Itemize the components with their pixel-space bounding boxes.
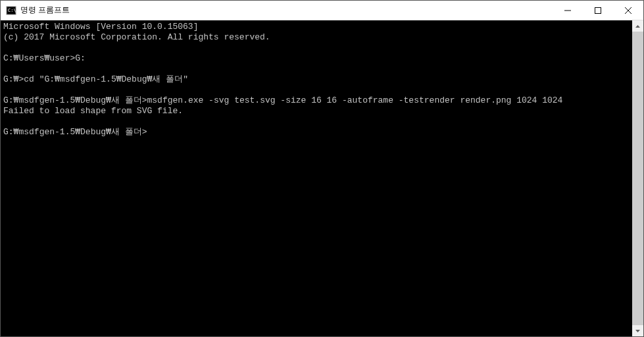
terminal-line: (c) 2017 Microsoft Corporation. All righ… — [3, 32, 630, 43]
vertical-scrollbar[interactable] — [632, 20, 643, 336]
svg-marker-6 — [635, 25, 640, 28]
minimize-button[interactable] — [553, 1, 583, 20]
terminal-output[interactable]: Microsoft Windows [Version 10.0.15063](c… — [1, 20, 632, 336]
svg-marker-7 — [635, 330, 640, 332]
terminal-line: G:₩msdfgen-1.5₩Debug₩새 폴더>msdfgen.exe -s… — [3, 95, 630, 106]
terminal-line: Microsoft Windows [Version 10.0.15063] — [3, 22, 630, 32]
window-controls — [553, 1, 643, 20]
scroll-thumb[interactable] — [632, 32, 643, 325]
terminal-line: C:₩Users₩user>G: — [3, 53, 630, 64]
command-prompt-window: C:\ 명령 프롬프트 Microsoft Windows [Version 1… — [0, 0, 644, 337]
maximize-button[interactable] — [583, 1, 613, 20]
close-button[interactable] — [613, 1, 643, 20]
scroll-track[interactable] — [632, 32, 643, 325]
terminal-line — [3, 43, 630, 53]
terminal-area: Microsoft Windows [Version 10.0.15063](c… — [1, 20, 643, 336]
terminal-line: G:₩>cd "G:₩msdfgen-1.5₩Debug₩새 폴더" — [3, 74, 630, 85]
terminal-line — [3, 117, 630, 127]
titlebar[interactable]: C:\ 명령 프롬프트 — [1, 1, 643, 20]
terminal-line: Failed to load shape from SVG file. — [3, 106, 630, 117]
terminal-line — [3, 64, 630, 74]
svg-rect-3 — [595, 7, 601, 13]
scroll-up-arrow[interactable] — [632, 20, 643, 32]
terminal-line — [3, 85, 630, 95]
scroll-down-arrow[interactable] — [632, 325, 643, 336]
svg-text:C:\: C:\ — [8, 8, 16, 13]
cmd-icon: C:\ — [6, 5, 16, 16]
window-title: 명령 프롬프트 — [20, 5, 553, 16]
terminal-line: G:₩msdfgen-1.5₩Debug₩새 폴더> — [3, 127, 630, 138]
